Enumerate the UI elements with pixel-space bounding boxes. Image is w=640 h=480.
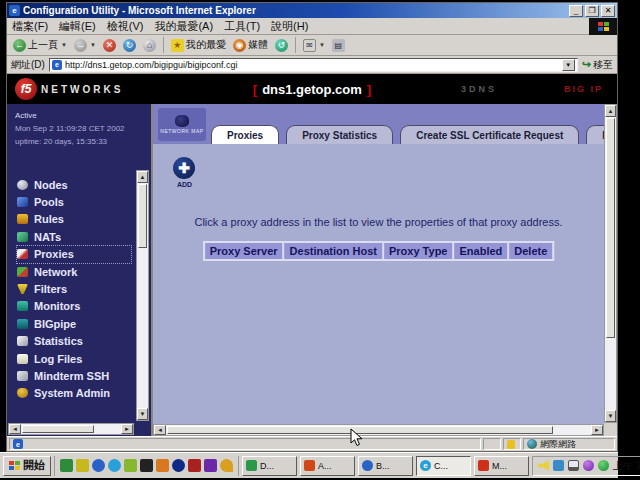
app-icon [362, 460, 373, 471]
sidebar-item-mindterm-ssh[interactable]: Mindterm SSH [17, 367, 131, 384]
tab-proxy-statistics[interactable]: Proxy Statistics [286, 125, 393, 144]
quicklaunch-icon[interactable] [60, 459, 73, 472]
tab-create-ssl-certificate-request[interactable]: Create SSL Certificate Request [400, 125, 579, 144]
pools-icon [17, 197, 28, 207]
restore-button[interactable]: ❐ [585, 5, 599, 17]
page-icon: e [52, 60, 62, 70]
address-dropdown-icon[interactable]: ▼ [562, 59, 575, 71]
sidebar: Active Mon Sep 2 11:09:28 CET 2002 uptim… [7, 104, 153, 436]
menu-file[interactable]: 檔案(F) [12, 19, 48, 34]
system-admin-icon [17, 388, 28, 398]
quicklaunch-icon[interactable] [92, 459, 105, 472]
address-input[interactable]: e http://dns1.getop.com/bigipgui/bigipco… [49, 58, 578, 72]
scroll-up-icon[interactable]: ▲ [137, 171, 148, 183]
sidebar-item-rules[interactable]: Rules [17, 211, 131, 228]
scrollbar-thumb[interactable] [606, 118, 615, 338]
volume-icon[interactable] [538, 460, 549, 471]
back-button[interactable]: ← 上一頁 ▼ [10, 37, 70, 53]
add-proxy-button[interactable]: ✚ [173, 157, 195, 179]
quicklaunch-icon[interactable] [108, 459, 121, 472]
menu-view[interactable]: 檢視(V) [107, 19, 144, 34]
back-dropdown-icon[interactable]: ▼ [61, 42, 67, 48]
scroll-right-icon[interactable]: ► [591, 425, 603, 435]
product-bigip-label: BIG IP [564, 84, 603, 94]
quicklaunch-icon[interactable] [156, 459, 169, 472]
clock: 上午 11:00 [613, 459, 640, 473]
home-button[interactable]: ⌂ [140, 38, 159, 53]
menu-edit[interactable]: 編輯(E) [59, 19, 96, 34]
frames: Active Mon Sep 2 11:09:28 CET 2002 uptim… [7, 104, 617, 436]
taskbar-window-button[interactable]: B... [358, 456, 413, 476]
stop-button[interactable]: ✕ [100, 38, 119, 53]
scroll-right-icon[interactable]: ► [121, 424, 133, 434]
mail-dropdown-icon[interactable]: ▼ [319, 42, 325, 48]
sidebar-item-pools[interactable]: Pools [17, 193, 131, 210]
sidebar-item-label: Rules [34, 213, 64, 225]
sidebar-item-filters[interactable]: Filters [17, 280, 131, 297]
menu-help[interactable]: 說明(H) [271, 19, 308, 34]
quicklaunch-icon[interactable] [188, 459, 201, 472]
main-horizontal-scrollbar[interactable]: ◄ ► [153, 424, 604, 436]
history-button[interactable]: ↺ [272, 38, 291, 53]
go-button[interactable]: ↪ 移至 [582, 58, 613, 72]
tab-proxies[interactable]: Proxies [211, 125, 279, 144]
sidebar-item-proxies[interactable]: Proxies [17, 246, 131, 263]
minimize-button[interactable]: _ [569, 5, 583, 17]
scrollbar-thumb[interactable] [22, 425, 94, 433]
display-icon[interactable] [568, 460, 579, 471]
favorites-button[interactable]: ★ 我的最愛 [168, 37, 229, 53]
taskbar-window-button[interactable]: A... [300, 456, 355, 476]
sidebar-item-log-files[interactable]: Log Files [17, 350, 131, 367]
menu-tools[interactable]: 工具(T) [224, 19, 260, 34]
scroll-left-icon[interactable]: ◄ [154, 425, 166, 435]
sidebar-item-network[interactable]: Network [17, 263, 131, 280]
quicklaunch-icon[interactable] [220, 459, 233, 472]
mail-button[interactable]: ✉ ▼ [300, 38, 328, 53]
column-destination-host: Destination Host [285, 243, 382, 259]
ie-app-icon: e [420, 460, 431, 471]
main-vertical-scrollbar[interactable]: ▲ ▼ [604, 104, 617, 423]
sidebar-item-nats[interactable]: NATs [17, 228, 131, 245]
quicklaunch-icon[interactable] [140, 459, 153, 472]
f5-logo: f5 [15, 78, 37, 100]
sidebar-item-label: Mindterm SSH [34, 370, 109, 382]
scrollbar-thumb[interactable] [167, 426, 553, 434]
zone-label: 網際網路 [540, 438, 576, 451]
tray-app-icon[interactable] [583, 460, 594, 471]
forward-dropdown-icon[interactable]: ▼ [90, 42, 96, 48]
tab-install-ssl-certificate[interactable]: Install SSL Certifi [586, 125, 604, 144]
forward-button[interactable]: → ▼ [71, 38, 99, 53]
scroll-up-icon[interactable]: ▲ [605, 105, 616, 117]
scrollbar-thumb[interactable] [138, 184, 147, 248]
start-button[interactable]: 開始 [3, 456, 51, 476]
quicklaunch-icon[interactable] [76, 459, 89, 472]
sidebar-vertical-scrollbar[interactable]: ▲ ▼ [136, 170, 149, 421]
scroll-down-icon[interactable]: ▼ [605, 410, 616, 422]
sidebar-item-label: Statistics [34, 335, 83, 347]
sidebar-item-system-admin[interactable]: System Admin [17, 385, 131, 402]
network-map-button[interactable]: NETWORK MAP [158, 108, 206, 141]
quicklaunch-icon[interactable] [204, 459, 217, 472]
messenger-icon[interactable] [553, 460, 564, 471]
quick-launch-bar [54, 456, 239, 476]
tray-app-icon[interactable] [598, 460, 609, 471]
sidebar-item-bigpipe[interactable]: BIGpipe [17, 315, 131, 332]
sidebar-item-monitors[interactable]: Monitors [17, 298, 131, 315]
media-button[interactable]: ◉ 媒體 [230, 37, 271, 53]
quicklaunch-icon[interactable] [124, 459, 137, 472]
scroll-left-icon[interactable]: ◄ [9, 424, 21, 434]
refresh-button[interactable]: ↻ [120, 38, 139, 53]
scroll-down-icon[interactable]: ▼ [137, 408, 148, 420]
taskbar-window-button[interactable]: M... [474, 456, 529, 476]
sidebar-item-nodes[interactable]: Nodes [17, 176, 131, 193]
taskbar-window-button-active[interactable]: e C... [416, 456, 471, 476]
sidebar-item-statistics[interactable]: Statistics [17, 333, 131, 350]
menu-favorites[interactable]: 我的最愛(A) [154, 19, 213, 34]
f5-brand-text: NETWORKS [41, 84, 123, 95]
close-button[interactable]: ✕ [601, 5, 615, 17]
titlebar[interactable]: e Configuration Utility - Microsoft Inte… [7, 3, 617, 18]
sidebar-horizontal-scrollbar[interactable]: ◄ ► [8, 423, 134, 435]
taskbar-window-button[interactable]: D... [242, 456, 297, 476]
print-button[interactable]: ▤ [329, 38, 348, 53]
quicklaunch-icon[interactable] [172, 459, 185, 472]
